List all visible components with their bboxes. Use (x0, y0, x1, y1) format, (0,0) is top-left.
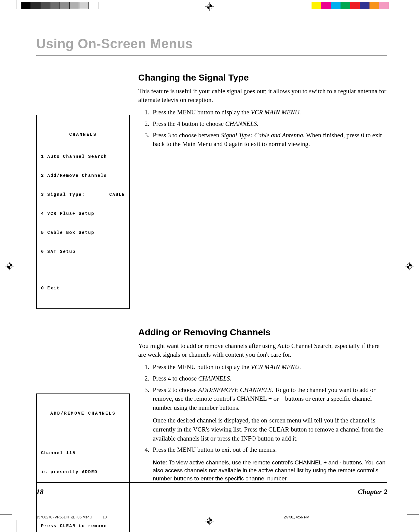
steps-list: Press the MENU button to display the VCR… (138, 363, 387, 483)
swatch (21, 2, 31, 9)
step-extra-paragraph: Once the desired channel is displayed, t… (153, 416, 387, 443)
grey-swatch-bar (21, 2, 98, 9)
swatch (31, 2, 40, 9)
swatch (312, 2, 321, 9)
crop-mark (17, 520, 17, 532)
section-heading: Adding or Removing Channels (138, 327, 387, 337)
step-text: Press 4 to choose (153, 375, 198, 382)
section-body: Changing the Signal Type This feature is… (138, 72, 387, 309)
registration-mark-icon (405, 262, 414, 270)
crop-mark (17, 0, 17, 9)
osd-line: is presently ADDED (41, 469, 125, 475)
step-item: Press the MENU button to display the VCR… (151, 363, 387, 372)
step-italic: VCR MAIN MENU. (251, 363, 301, 371)
step-italic: Signal Type: Cable and Antenna. (221, 132, 305, 139)
osd-label: 3 Signal Type: (41, 192, 85, 198)
step-item: Press the 4 button to choose CHANNELS. (151, 119, 387, 129)
section-add-remove-channels: ADD/REMOVE CHANNELS Channel 115 is prese… (36, 327, 387, 532)
osd-line: Channel 115 (41, 450, 125, 456)
chapter-label: Chapter 2 (358, 488, 387, 496)
swatch (60, 2, 69, 9)
section-heading: Changing the Signal Type (138, 72, 387, 83)
step-text: Press the MENU button to display the (153, 109, 251, 116)
step-item: Press 4 to choose CHANNELS. (151, 374, 387, 383)
note-label: Note (153, 459, 165, 466)
swatch (69, 2, 79, 9)
section-body: Adding or Removing Channels You might wa… (138, 327, 387, 532)
print-datetime: 2/7/01, 4:56 PM (248, 515, 387, 519)
osd-line: 2 Add/Remove Channels (41, 173, 125, 179)
registration-mark-icon (5, 262, 14, 270)
swatch (89, 2, 98, 9)
page-footer: 18 Chapter 2 (36, 482, 387, 496)
step-item: Press the MENU button to display the VCR… (151, 108, 387, 117)
osd-line: 6 SAT Setup (41, 249, 125, 255)
page-title: Using On-Screen Menus (36, 36, 387, 56)
step-item: Press 3 to choose between Signal Type: C… (151, 131, 387, 149)
osd-title: CHANNELS (41, 132, 125, 138)
osd-title: ADD/REMOVE CHANNELS (41, 410, 125, 417)
swatch (360, 2, 369, 9)
swatch (389, 2, 398, 9)
print-footer: 15708270 (VR661HF)(E) 05 Menu 18 2/7/01,… (36, 515, 387, 519)
color-swatch-bar (312, 2, 398, 9)
page-content: Using On-Screen Menus CHANNELS 1 Auto Ch… (36, 36, 387, 502)
step-italic: CHANNELS. (225, 120, 258, 127)
note-body: : To view active channels, use the remot… (153, 459, 385, 481)
page-number: 18 (36, 488, 43, 496)
osd-line: 1 Auto Channel Search (41, 154, 125, 160)
step-text: Press 2 to choose (153, 386, 198, 393)
step-italic: VCR MAIN MENU. (251, 109, 301, 116)
osd-line: 3 Signal Type:CABLE (41, 192, 125, 198)
swatch (321, 2, 331, 9)
osd-line: 5 Cable Box Setup (41, 230, 125, 236)
step-text: Press the 4 button to choose (153, 120, 225, 127)
intro-text: This feature is useful if your cable sig… (138, 87, 387, 104)
swatch (50, 2, 60, 9)
osd-add-remove-box: ADD/REMOVE CHANNELS Channel 115 is prese… (36, 393, 130, 532)
print-page-num: 18 (103, 515, 248, 519)
swatch (331, 2, 341, 9)
print-doc-id: 15708270 (VR661HF)(E) 05 Menu (36, 515, 103, 519)
crop-mark (403, 520, 403, 532)
step-text: Press the MENU button to exit out of the… (153, 446, 277, 453)
swatch (379, 2, 389, 9)
note-block: Note: To view active channels, use the r… (153, 459, 387, 483)
step-italic: ADD/REMOVE CHANNELS. (198, 386, 273, 393)
step-text: . (230, 375, 232, 382)
step-text: Press 3 to choose between (153, 132, 221, 139)
swatch (369, 2, 379, 9)
swatch (79, 2, 89, 9)
crop-mark (0, 514, 12, 515)
swatch (40, 2, 50, 9)
sidebar-osd-column: ADD/REMOVE CHANNELS Channel 115 is prese… (36, 327, 130, 532)
osd-exit-line: O Exit (41, 285, 125, 291)
step-italic: CHANNELS (198, 375, 230, 382)
section-changing-signal-type: CHANNELS 1 Auto Channel Search 2 Add/Rem… (36, 72, 387, 309)
osd-line: Press CLEAR to remove (41, 523, 125, 529)
swatch (350, 2, 360, 9)
crop-mark (407, 514, 419, 515)
step-item: Press 2 to choose ADD/REMOVE CHANNELS. T… (151, 386, 387, 443)
crop-mark (403, 0, 403, 9)
osd-channels-box: CHANNELS 1 Auto Channel Search 2 Add/Rem… (36, 115, 130, 309)
sidebar-osd-column: CHANNELS 1 Auto Channel Search 2 Add/Rem… (36, 72, 130, 309)
osd-value: CABLE (109, 192, 125, 198)
steps-list: Press the MENU button to display the VCR… (138, 108, 387, 149)
step-item: Press the MENU button to exit out of the… (151, 445, 387, 482)
registration-mark-icon (205, 2, 214, 11)
osd-line: 4 VCR Plus+ Setup (41, 211, 125, 217)
intro-text: You might want to add or remove channels… (138, 342, 387, 359)
step-text: Press the MENU button to display the (153, 363, 251, 371)
swatch (341, 2, 350, 9)
